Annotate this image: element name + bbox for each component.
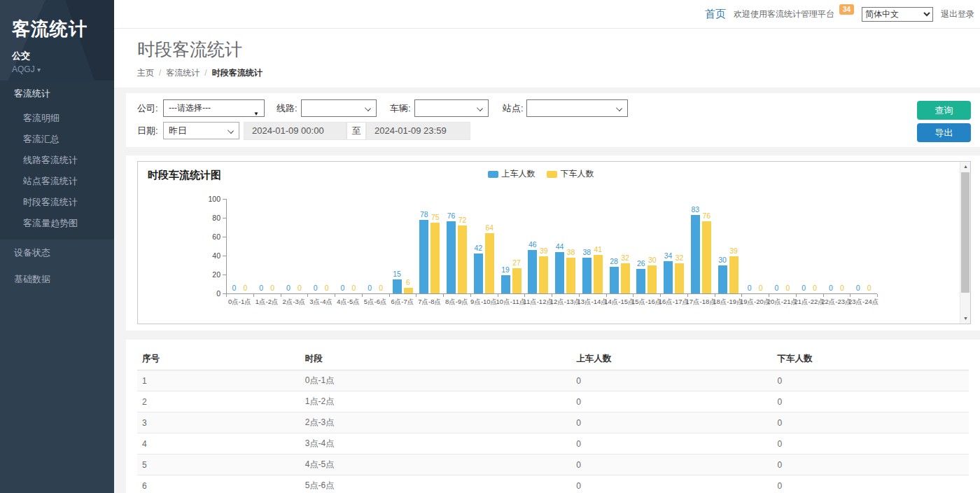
sidebar-item-时段客流统计[interactable]: 时段客流统计 [0, 192, 114, 213]
bar-下车人数[interactable] [702, 221, 711, 293]
date-to-input[interactable]: 2024-01-09 23:59 [366, 122, 470, 140]
bar-下车人数[interactable] [729, 256, 738, 293]
vehicle-label: 车辆: [390, 99, 411, 118]
table-cell: 4 [137, 433, 300, 454]
bar-下车人数[interactable] [512, 268, 522, 293]
company-select[interactable]: ---请选择--- ▼ [163, 99, 265, 117]
legend-label: 上车人数 [502, 168, 536, 180]
table-row[interactable]: 21点-2点00 [137, 391, 969, 412]
table-row[interactable]: 65点-6点00 [137, 475, 969, 493]
bar-上车人数[interactable] [718, 265, 727, 294]
table-header-cell: 下车人数 [773, 348, 969, 370]
home-link[interactable]: 首页 [705, 8, 726, 21]
bar-下车人数[interactable] [621, 263, 630, 293]
table-cell: 6 [137, 475, 300, 493]
bar-下车人数[interactable] [566, 258, 575, 293]
y-axis [226, 199, 227, 293]
x-tick [769, 294, 769, 297]
bar-value-label: 32 [671, 254, 689, 262]
table-cell: 0 [773, 475, 969, 493]
breadcrumb-item[interactable]: 时段客流统计 [212, 68, 262, 78]
period-stats-table: 序号时段上车人数下车人数 10点-1点0021点-2点0032点-3点0043点… [137, 348, 969, 493]
sidebar-item-设备状态[interactable]: 设备状态 [0, 239, 114, 266]
sidebar-item-客流量趋势图[interactable]: 客流量趋势图 [0, 213, 114, 234]
bar-上车人数[interactable] [474, 254, 483, 293]
chevron-down-icon [477, 105, 483, 111]
bar-下车人数[interactable] [430, 223, 440, 293]
chart-scrollbar[interactable]: ▲ ▼ [960, 162, 970, 324]
y-tick [223, 256, 226, 256]
nav-section-passenger-stats: 客流统计 客流明细客流汇总线路客流统计站点客流统计时段客流统计客流量趋势图 [0, 81, 114, 239]
table-cell: 0 [773, 454, 969, 475]
line-select[interactable] [301, 99, 377, 117]
sidebar-item-passenger-stats[interactable]: 客流统计 [0, 81, 114, 106]
breadcrumb-separator: / [204, 68, 206, 78]
y-tick [223, 275, 226, 275]
query-button[interactable]: 查询 [917, 101, 971, 120]
table-cell: 0 [571, 454, 772, 475]
sidebar-item-客流汇总[interactable]: 客流汇总 [0, 129, 114, 150]
table-row[interactable]: 32点-3点00 [137, 412, 969, 433]
export-button[interactable]: 导出 [917, 123, 971, 142]
date-preset-select[interactable]: 昨日 [163, 122, 239, 139]
bar-上车人数[interactable] [691, 215, 700, 293]
bar-下车人数[interactable] [539, 256, 548, 293]
bar-上车人数[interactable] [501, 275, 510, 293]
vehicle-select[interactable] [414, 99, 489, 117]
table-cell: 0 [571, 391, 772, 412]
x-tick [715, 294, 715, 297]
sidebar-item-站点客流统计[interactable]: 站点客流统计 [0, 171, 114, 192]
scroll-up-icon[interactable]: ▲ [960, 162, 971, 172]
x-tick [796, 294, 797, 297]
notification-badge[interactable]: 34 [839, 4, 854, 15]
legend-swatch-icon [547, 171, 557, 178]
bar-上车人数[interactable] [664, 261, 673, 293]
bar-下车人数[interactable] [675, 263, 684, 293]
brand-area: 客流统计 公交 AQGJ ▾ [0, 0, 114, 81]
bar-上车人数[interactable] [582, 258, 592, 293]
breadcrumb-item[interactable]: 客流统计 [166, 68, 200, 78]
line-label: 线路: [276, 99, 298, 118]
chart-legend: 上车人数下车人数 [138, 168, 944, 180]
bar-上车人数[interactable] [419, 220, 428, 293]
chevron-down-icon [227, 127, 234, 134]
date-from-input[interactable]: 2024-01-09 00:00 [244, 122, 346, 140]
logout-link[interactable]: 退出登录 [941, 8, 974, 20]
bar-value-label: 64 [480, 223, 498, 232]
table-cell: 0 [571, 433, 772, 454]
table-row[interactable]: 54点-5点00 [137, 454, 969, 475]
y-tick [223, 237, 226, 237]
bar-上车人数[interactable] [555, 252, 564, 293]
scrollbar-thumb[interactable] [961, 172, 969, 293]
sidebar-item-线路客流统计[interactable]: 线路客流统计 [0, 150, 114, 171]
legend-item-上车人数[interactable]: 上车人数 [488, 168, 536, 180]
table-cell: 0 [773, 391, 969, 412]
bar-下车人数[interactable] [485, 233, 494, 293]
bar-上车人数[interactable] [528, 250, 537, 293]
station-select[interactable] [526, 99, 628, 117]
breadcrumb-item[interactable]: 主页 [137, 68, 154, 78]
scroll-down-icon[interactable]: ▼ [960, 314, 971, 324]
table-cell: 0 [773, 370, 969, 391]
main-content: 公司: ---请选择--- ▼ 线路: 车辆: 站点: 日期: 昨日 2024-… [114, 88, 980, 493]
table-row[interactable]: 10点-1点00 [137, 370, 969, 391]
x-axis-label: 23点-24点 [848, 298, 880, 307]
legend-item-下车人数[interactable]: 下车人数 [547, 168, 594, 180]
table-panel: 序号时段上车人数下车人数 10点-1点0021点-2点0032点-3点0043点… [126, 340, 980, 493]
bar-下车人数[interactable] [594, 255, 603, 293]
x-tick [524, 294, 525, 297]
bar-下车人数[interactable] [404, 288, 413, 293]
y-tick-label: 20 [200, 270, 220, 279]
language-select[interactable]: 简体中文 [862, 7, 933, 22]
bar-下车人数[interactable] [458, 225, 467, 293]
bar-下车人数[interactable] [648, 265, 657, 294]
bar-上车人数[interactable] [610, 267, 619, 293]
x-tick [687, 294, 688, 297]
sidebar-item-客流明细[interactable]: 客流明细 [0, 108, 114, 129]
table-row[interactable]: 43点-4点00 [137, 433, 969, 454]
org-code-dropdown[interactable]: AQGJ ▾ [12, 64, 114, 74]
bar-上车人数[interactable] [636, 269, 645, 293]
bar-上车人数[interactable] [447, 221, 456, 293]
sidebar-item-基础数据[interactable]: 基础数据 [0, 266, 114, 293]
org-name: 公交 [12, 50, 114, 62]
